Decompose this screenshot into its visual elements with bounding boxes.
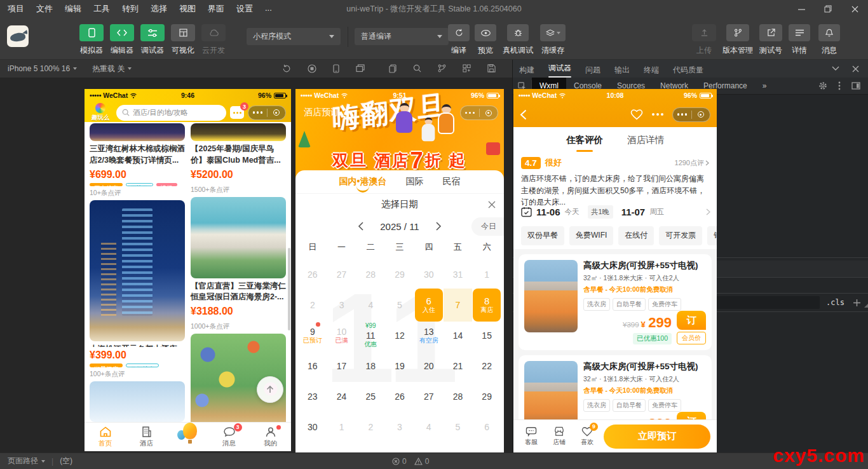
message-bubble-icon[interactable]: 3: [230, 106, 244, 119]
hotel-image[interactable]: [191, 197, 286, 278]
room-card[interactable]: 高级大床房(可投屏+55寸电视) 32㎡ · 1张1.8米大床 · 可入住2人 …: [519, 254, 712, 350]
scrollbar[interactable]: [288, 248, 290, 330]
compile-button[interactable]: 编译: [446, 24, 471, 56]
calendar-day[interactable]: 21: [444, 351, 473, 381]
tab-center-balloon[interactable]: [174, 425, 202, 449]
tab-messages[interactable]: 消息 3: [215, 426, 243, 448]
tab-hotel[interactable]: 酒店: [133, 426, 161, 448]
tab-domestic[interactable]: 国内•港澳台: [339, 176, 387, 187]
capsule-menu[interactable]: [248, 105, 286, 120]
book-button[interactable]: 订: [677, 311, 706, 330]
calendar-day[interactable]: 7: [444, 289, 473, 322]
compile-mode-select[interactable]: 普通编译: [355, 28, 449, 45]
calendar-day[interactable]: 5: [444, 412, 473, 442]
hotel-image[interactable]: [90, 200, 185, 341]
page-path-select[interactable]: 页面路径: [8, 456, 45, 466]
minimize-button[interactable]: [788, 0, 815, 18]
calendar-day[interactable]: 22: [472, 351, 501, 381]
calendar-day[interactable]: 20: [414, 351, 444, 381]
calendar-day[interactable]: 25: [356, 381, 385, 412]
resize-handle[interactable]: [864, 303, 868, 308]
panel-tab[interactable]: 调试器: [548, 60, 571, 78]
calendar-day[interactable]: 27: [414, 381, 444, 412]
tab-home[interactable]: 首页: [92, 426, 119, 448]
calendar-day[interactable]: 9已预订: [298, 320, 327, 351]
search-input[interactable]: 酒店/目的地/攻略: [116, 105, 226, 121]
calendar-day[interactable]: ¥9911优惠: [356, 320, 385, 351]
calendar-day[interactable]: 27: [327, 259, 356, 290]
next-month-icon[interactable]: [436, 222, 442, 231]
panel-tab[interactable]: 输出: [614, 62, 630, 76]
close-button[interactable]: [841, 0, 868, 18]
calendar-day[interactable]: 15: [472, 320, 501, 351]
calendar-day[interactable]: 26: [385, 381, 414, 412]
copy-page-icon[interactable]: [389, 64, 397, 73]
device-frame-icon[interactable]: [333, 64, 339, 73]
menu-item[interactable]: ...: [265, 3, 272, 15]
menu-item[interactable]: 界面: [208, 3, 224, 15]
tab-homestay[interactable]: 民宿: [442, 176, 460, 187]
menu-item[interactable]: 转到: [122, 3, 139, 15]
hotel-image[interactable]: [90, 381, 185, 422]
hotel-title[interactable]: 【官店直营】三亚海棠湾仁恒皇冠假日酒店海景房2-...: [191, 281, 286, 304]
amenity-chip[interactable]: 双份早餐: [521, 226, 564, 245]
record-icon[interactable]: [308, 64, 316, 73]
calendar-day[interactable]: 12: [385, 320, 414, 351]
hotel-title[interactable]: 上海松江开元名都大酒店: [90, 344, 185, 347]
collapse-panel-icon[interactable]: [832, 66, 839, 71]
menu-item[interactable]: 选择: [151, 3, 167, 15]
calendar-day[interactable]: 19: [385, 351, 414, 381]
menu-item[interactable]: 编辑: [65, 3, 81, 15]
calendar-day[interactable]: 31: [444, 259, 473, 290]
customer-service-button[interactable]: 客服: [520, 426, 543, 447]
hotel-image[interactable]: [191, 123, 286, 141]
hot-reload-toggle[interactable]: 热重载 关: [92, 64, 132, 74]
calendar-day[interactable]: 28: [356, 259, 385, 290]
calendar-day[interactable]: 18: [356, 351, 385, 381]
panel-tab[interactable]: 终端: [644, 62, 659, 76]
visual-button[interactable]: 可视化: [168, 24, 198, 56]
calendar-day[interactable]: 8离店: [473, 289, 501, 322]
shop-button[interactable]: 店铺: [548, 426, 571, 447]
search-icon[interactable]: [413, 64, 421, 73]
menu-item[interactable]: 项目: [8, 3, 24, 15]
menu-item[interactable]: 文件: [36, 3, 53, 15]
tab-hotel-details[interactable]: 酒店详情: [627, 134, 664, 146]
multi-window-icon[interactable]: [356, 64, 365, 73]
version-button[interactable]: 版本管理: [720, 24, 756, 56]
device-select[interactable]: iPhone 5 100% 16: [8, 64, 77, 73]
tab-me[interactable]: 我的: [257, 426, 285, 448]
calendar-day[interactable]: 26: [298, 259, 327, 290]
preview-button[interactable]: 预览: [473, 24, 498, 56]
panel-tab[interactable]: 代码质量: [673, 62, 703, 76]
capsule-menu[interactable]: [460, 105, 498, 120]
mode-select[interactable]: 小程序模式: [247, 28, 341, 45]
upload-button[interactable]: 上传: [690, 24, 718, 56]
messages-button[interactable]: 消息: [816, 24, 843, 56]
calendar-day[interactable]: 5: [385, 290, 414, 320]
rating-row[interactable]: 4.7 很好 1290点评: [521, 155, 709, 170]
calendar-day[interactable]: 29: [472, 381, 501, 412]
book-button[interactable]: 订: [677, 412, 706, 419]
maximize-button[interactable]: [815, 0, 841, 18]
calendar-day[interactable]: 1: [472, 259, 501, 290]
amenity-chip[interactable]: 免费WIFI: [569, 226, 613, 245]
simulator-button[interactable]: 模拟器: [76, 24, 107, 56]
hotel-title[interactable]: 【2025年暑期/国庆早鸟价】泰国Club Med普吉...: [191, 144, 286, 167]
more-options-icon[interactable]: [652, 113, 663, 116]
calendar-day[interactable]: 17: [327, 351, 356, 381]
amenity-chip[interactable]: 可开发票: [659, 226, 702, 245]
calendar-day[interactable]: 2: [298, 290, 327, 320]
devtool-tab[interactable]: »: [755, 78, 775, 95]
calendar-day[interactable]: 13有空房: [414, 320, 444, 351]
menu-item[interactable]: 视图: [179, 3, 196, 15]
save-icon[interactable]: [487, 64, 496, 73]
amenity-chip[interactable]: 在线付: [618, 226, 654, 245]
more-menu-icon[interactable]: [838, 81, 841, 90]
cloud-dev-button[interactable]: 云开发: [198, 24, 229, 56]
device-debug-button[interactable]: 真机调试: [501, 24, 535, 56]
problem-counts[interactable]: 0 0: [392, 457, 429, 466]
today-button[interactable]: 今日: [471, 217, 504, 236]
toggle-class-button[interactable]: .cls: [826, 298, 844, 307]
clear-cache-button[interactable]: 清缓存: [538, 24, 568, 56]
